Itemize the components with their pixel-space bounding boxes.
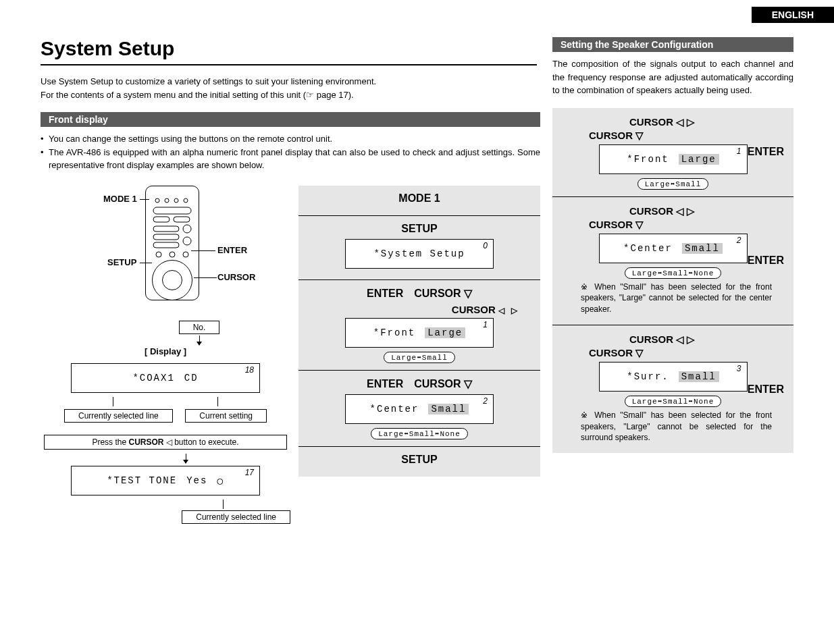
front-display-bullets: You can change the settings using the bu… — [41, 132, 540, 172]
svg-point-13 — [170, 252, 175, 257]
svg-point-14 — [183, 252, 188, 257]
svg-rect-4 — [153, 207, 191, 214]
step-setup-end: SETUP — [298, 446, 540, 477]
svg-point-1 — [165, 198, 169, 203]
step-setup: SETUP 0 *System Setup — [298, 215, 540, 279]
options-chip: Large⬌Small⬌None — [625, 396, 722, 407]
svg-rect-9 — [153, 234, 179, 240]
lcd-display: 18 *COAX1 CD — [71, 363, 260, 393]
note-text: ※ When "Small" has been selected for the… — [562, 279, 784, 318]
remote-label-enter: ENTER — [217, 245, 247, 255]
speaker-steps: ENTER CURSOR ◁ ▷ CURSOR ▽ 1 *Front Large… — [552, 108, 793, 454]
speaker-config-heading: Setting the Speaker Configuration — [552, 37, 793, 52]
remote-label-cursor: CURSOR — [217, 272, 255, 282]
lcd-number: 18 — [245, 365, 254, 375]
options-chip: Large⬌Small — [384, 352, 455, 363]
svg-point-3 — [184, 198, 188, 203]
lcd-display: 1 *Front Large — [345, 318, 494, 348]
bullet-item: The AVR-486 is equipped with an alpha nu… — [49, 146, 540, 172]
remote-figure: MODE 1 ENTER SETUP CURSOR — [64, 186, 267, 307]
lcd-display: 2 *Center Small — [599, 234, 748, 263]
bullet-item: You can change the settings using the bu… — [49, 132, 540, 146]
step-front: ENTERCURSOR ▽ CURSOR ◁ ▷ 1 *Front Large … — [298, 279, 540, 370]
currently-selected-line-label: Currently selected line — [182, 510, 290, 524]
lcd-display: 2 *Center Small — [345, 394, 494, 424]
speaker-step-front: ENTER CURSOR ◁ ▷ CURSOR ▽ 1 *Front Large… — [552, 108, 793, 196]
step-center: ENTERCURSOR ▽ 2 *Center Small Large⬌Smal… — [298, 370, 540, 446]
lcd-display: 17 *TEST TONE Yes◯ — [71, 466, 260, 495]
pointer-icon: ☞ — [306, 90, 314, 100]
title-rule — [41, 64, 537, 65]
remote-label-mode1: MODE 1 — [103, 194, 137, 204]
note-text: ※ When "Small" has been selected for the… — [562, 407, 784, 446]
svg-point-2 — [174, 198, 178, 203]
lcd-display: 0 *System Setup — [345, 239, 494, 269]
left-column: System Setup Use System Setup to customi… — [41, 37, 540, 536]
page-footer: ENGLISH — [0, 563, 834, 645]
language-tab: ENGLISH — [752, 7, 834, 23]
remote-label-setup: SETUP — [107, 257, 136, 267]
svg-rect-11 — [153, 242, 179, 248]
setup-steps: MODE 1 SETUP 0 *System Setup ENTERCURSOR… — [298, 186, 540, 536]
current-setting-label: Current setting — [185, 409, 267, 423]
right-column: Setting the Speaker Configuration The co… — [552, 37, 793, 536]
execute-instruction: Press the CURSOR ◁ button to execute. — [44, 435, 287, 450]
lcd-display: 1 *Front Large — [599, 144, 748, 174]
display-heading: [ Display ] — [41, 346, 290, 356]
page-title: System Setup — [41, 37, 540, 60]
svg-rect-5 — [153, 217, 170, 222]
options-chip: Large⬌Small⬌None — [625, 267, 722, 279]
no-label: No. — [179, 321, 220, 334]
display-example-1: No. [ Display ] 18 *COAX1 CD — [41, 321, 290, 423]
lcd-number: 17 — [245, 468, 254, 477]
svg-point-7 — [183, 225, 191, 233]
manual-page: ENGLISH System Setup Use System Setup to… — [0, 0, 834, 563]
lcd-display: 3 *Surr. Small — [599, 362, 748, 392]
step-mode1: MODE 1 — [298, 186, 540, 215]
options-chip: Large⬌Small — [637, 178, 709, 190]
svg-rect-8 — [153, 226, 179, 232]
display-example-2: Press the CURSOR ◁ button to execute. 17… — [41, 435, 290, 524]
speaker-intro: The composition of the signals output to… — [552, 57, 793, 97]
figures-area: MODE 1 ENTER SETUP CURSOR No. — [41, 186, 290, 536]
svg-point-10 — [183, 237, 191, 245]
currently-selected-line-label: Currently selected line — [64, 409, 173, 423]
speaker-step-center: ENTER CURSOR ◁ ▷ CURSOR ▽ 2 *Center Smal… — [552, 196, 793, 325]
intro-text: Use System Setup to customize a variety … — [41, 75, 540, 101]
svg-point-12 — [156, 252, 161, 257]
svg-rect-6 — [174, 217, 190, 222]
svg-point-0 — [155, 198, 159, 203]
options-chip: Large⬌Small⬌None — [371, 428, 468, 439]
speaker-step-surround: ENTER CURSOR ◁ ▷ CURSOR ▽ 3 *Surr. Small… — [552, 325, 793, 453]
front-display-heading: Front display — [41, 112, 540, 127]
